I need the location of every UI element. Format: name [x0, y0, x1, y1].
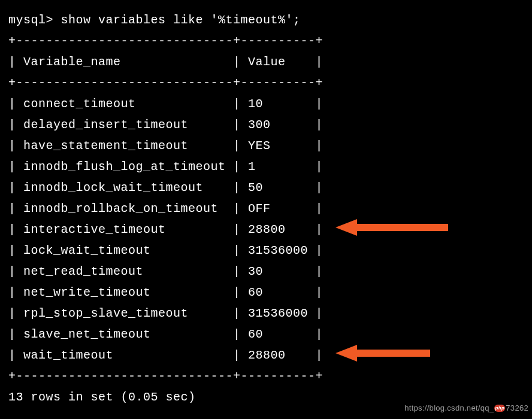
- table-row: | interactive_timeout | 28800 |: [8, 219, 524, 240]
- table-row: | net_read_timeout | 30 |: [8, 261, 524, 282]
- table-border-mid: +-----------------------------+---------…: [8, 72, 524, 93]
- table-row: | innodb_rollback_on_timeout | OFF |: [8, 198, 524, 219]
- sql-prompt: mysql> show variables like '%timeout%';: [8, 10, 524, 31]
- terminal-output: mysql> show variables like '%timeout%'; …: [8, 10, 524, 408]
- watermark: https://blog.csdn.net/qq_ php 73262: [404, 402, 528, 415]
- table-border-bot: +-----------------------------+---------…: [8, 366, 524, 387]
- watermark-prefix: https://blog.csdn.net/qq_: [404, 402, 494, 415]
- php-badge-icon: php: [494, 405, 505, 412]
- table-row: | wait_timeout | 28800 |: [8, 345, 524, 366]
- table-row: | net_write_timeout | 60 |: [8, 282, 524, 303]
- table-row: | innodb_lock_wait_timeout | 50 |: [8, 177, 524, 198]
- table-row: | slave_net_timeout | 60 |: [8, 324, 524, 345]
- table-row: | have_statement_timeout | YES |: [8, 135, 524, 156]
- watermark-suffix: 73262: [506, 402, 528, 415]
- table-body: | connect_timeout | 10 || delayed_insert…: [8, 93, 524, 366]
- table-row: | connect_timeout | 10 |: [8, 93, 524, 114]
- table-row: | delayed_insert_timeout | 300 |: [8, 114, 524, 135]
- table-row: | innodb_flush_log_at_timeout | 1 |: [8, 156, 524, 177]
- table-row: | lock_wait_timeout | 31536000 |: [8, 240, 524, 261]
- table-row: | rpl_stop_slave_timeout | 31536000 |: [8, 303, 524, 324]
- table-border-top: +-----------------------------+---------…: [8, 31, 524, 51]
- table-header: | Variable_name | Value |: [8, 51, 524, 72]
